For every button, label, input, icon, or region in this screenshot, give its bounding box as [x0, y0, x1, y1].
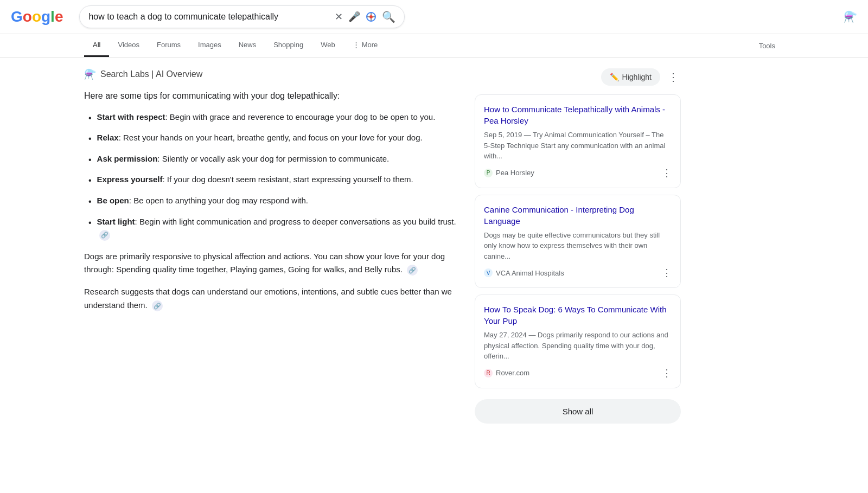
header-right: ⚗️ [844, 10, 857, 23]
source-more-button-2[interactable]: ⋮ [662, 267, 672, 279]
bullet-4: Express yourself: If your dog doesn't se… [97, 173, 413, 186]
bullet-1: Start with respect: Begin with grace and… [97, 111, 436, 124]
citation-link-3[interactable]: 🔗 [152, 300, 163, 311]
lens-search-button[interactable] [366, 11, 376, 22]
tip-bold-1: Start with respect [97, 112, 165, 121]
ai-para-2: Research suggests that dogs can understa… [84, 285, 464, 312]
main-content: ⚗️ Search Labs | AI Overview Here are so… [0, 57, 868, 434]
tip-bold-3: Ask permission [97, 154, 158, 163]
ai-overview-content: Here are some tips for communicating wit… [84, 89, 464, 312]
search-bar: ✕ 🎤 🔍 [79, 5, 405, 28]
tip-text-5: : Be open to anything your dog may respo… [129, 196, 308, 205]
voice-search-button[interactable]: 🎤 [348, 11, 360, 23]
source-site-1: P Pea Horsley [484, 169, 534, 177]
ai-intro-text: Here are some tips for communicating wit… [84, 89, 464, 103]
tip-text-6: : Begin with light communication and pro… [135, 217, 456, 226]
citation-link-1[interactable]: 🔗 [99, 230, 110, 241]
logo-letter-o1: o [23, 8, 32, 25]
source-site-3: R Rover.com [484, 369, 529, 377]
source-more-button-1[interactable]: ⋮ [662, 167, 672, 179]
site-name-1: Pea Horsley [496, 169, 534, 177]
google-logo: G o o g l e [11, 8, 63, 25]
bullet-5: Be open: Be open to anything your dog ma… [97, 194, 308, 207]
favicon-rover: R [484, 369, 493, 377]
tip-bold-4: Express yourself [97, 175, 163, 184]
source-title-3[interactable]: How To Speak Dog: 6 Ways To Communicate … [484, 304, 672, 326]
source-title-1[interactable]: How to Communicate Telepathically with A… [484, 104, 672, 126]
tab-more[interactable]: ⋮ More [344, 34, 387, 57]
search-button[interactable]: 🔍 [382, 10, 395, 23]
nav-tabs: All Videos Forums Images News Shopping W… [0, 34, 868, 57]
tip-bold-2: Relax [97, 133, 119, 142]
source-meta-1: Sep 5, 2019 — Try Animal Communication Y… [484, 130, 672, 162]
ai-para-1-text: Dogs are primarily responsive to physica… [84, 252, 445, 274]
bullet-2: Relax: Rest your hands on your heart, br… [97, 131, 423, 144]
tip-text-4: : If your dog doesn't seem resistant, st… [163, 175, 413, 184]
source-title-2[interactable]: Canine Communication - Interpreting Dog … [484, 204, 672, 227]
site-name-2: VCA Animal Hospitals [496, 269, 564, 277]
ai-overview-section: ⚗️ Search Labs | AI Overview Here are so… [84, 68, 464, 424]
bullet-3: Ask permission: Silently or vocally ask … [97, 152, 390, 165]
more-dots-icon: ⋮ [353, 41, 360, 49]
source-meta-2: Dogs may be quite effective communicator… [484, 230, 672, 262]
tab-all[interactable]: All [84, 34, 109, 57]
tip-item-6: Start light: Begin with light communicat… [84, 215, 464, 241]
source-site-2: V VCA Animal Hospitals [484, 268, 564, 277]
source-card-2: Canine Communication - Interpreting Dog … [475, 195, 681, 289]
labs-icon-header: ⚗️ [844, 10, 857, 23]
source-more-button-3[interactable]: ⋮ [662, 367, 672, 379]
tip-bold-6: Start light [97, 217, 135, 226]
search-input[interactable] [88, 12, 330, 22]
source-footer-2: V VCA Animal Hospitals ⋮ [484, 267, 672, 279]
tip-item-5: Be open: Be open to anything your dog ma… [84, 194, 464, 209]
sources-sidebar: ✏️ Highlight ⋮ How to Communicate Telepa… [475, 68, 681, 424]
tab-web[interactable]: Web [312, 34, 344, 57]
tip-text-3: : Silently or vocally ask your dog for p… [157, 154, 389, 163]
flask-icon: ⚗️ [84, 68, 96, 80]
logo-letter-e: e [55, 8, 63, 25]
logo-letter-g: G [11, 8, 23, 25]
source-footer-1: P Pea Horsley ⋮ [484, 167, 672, 179]
tab-shopping[interactable]: Shopping [265, 34, 312, 57]
search-icons: ✕ 🎤 🔍 [335, 10, 395, 23]
logo-letter-o2: o [32, 8, 41, 25]
source-footer-3: R Rover.com ⋮ [484, 367, 672, 379]
favicon-vca: V [484, 268, 493, 277]
highlight-button[interactable]: ✏️ Highlight [601, 68, 660, 86]
header: G o o g l e ✕ 🎤 🔍 ⚗️ [0, 0, 868, 34]
tab-images[interactable]: Images [189, 34, 230, 57]
tip-item-4: Express yourself: If your dog doesn't se… [84, 173, 464, 188]
more-options-button[interactable]: ⋮ [666, 68, 681, 86]
bullet-6: Start light: Begin with light communicat… [97, 215, 464, 241]
ai-overview-header: ⚗️ Search Labs | AI Overview [84, 68, 464, 80]
source-card-3: How To Speak Dog: 6 Ways To Communicate … [475, 294, 681, 388]
tip-item-2: Relax: Rest your hands on your heart, br… [84, 131, 464, 146]
logo-letter-g2: g [41, 8, 50, 25]
tab-videos[interactable]: Videos [109, 34, 148, 57]
logo-letter-l: l [50, 8, 55, 25]
ai-tips-list: Start with respect: Begin with grace and… [84, 111, 464, 241]
highlight-label: Highlight [622, 73, 652, 81]
tab-news[interactable]: News [230, 34, 265, 57]
source-card-1: How to Communicate Telepathically with A… [475, 94, 681, 188]
ai-para-2-text: Research suggests that dogs can understa… [84, 287, 452, 310]
highlight-pencil-icon: ✏️ [610, 73, 619, 81]
clear-button[interactable]: ✕ [335, 11, 343, 23]
svg-point-1 [369, 15, 373, 18]
source-meta-3: May 27, 2024 — Dogs primarily respond to… [484, 330, 672, 362]
favicon-pea: P [484, 169, 493, 177]
tip-text-2: : Rest your hands on your heart, breathe… [119, 133, 423, 142]
tip-item-1: Start with respect: Begin with grace and… [84, 111, 464, 125]
highlight-bar: ✏️ Highlight ⋮ [475, 68, 681, 86]
tip-bold-5: Be open [97, 196, 129, 205]
tip-text-1: : Begin with grace and reverence to enco… [165, 112, 435, 121]
site-name-3: Rover.com [496, 369, 529, 377]
ai-para-1: Dogs are primarily responsive to physica… [84, 250, 464, 277]
tip-item-3: Ask permission: Silently or vocally ask … [84, 152, 464, 167]
more-label: More [362, 41, 378, 49]
tab-forums[interactable]: Forums [148, 34, 189, 57]
show-all-button[interactable]: Show all [475, 399, 681, 424]
tab-tools[interactable]: Tools [750, 35, 784, 56]
ai-overview-title: Search Labs | AI Overview [100, 69, 202, 79]
citation-link-2[interactable]: 🔗 [407, 265, 418, 276]
